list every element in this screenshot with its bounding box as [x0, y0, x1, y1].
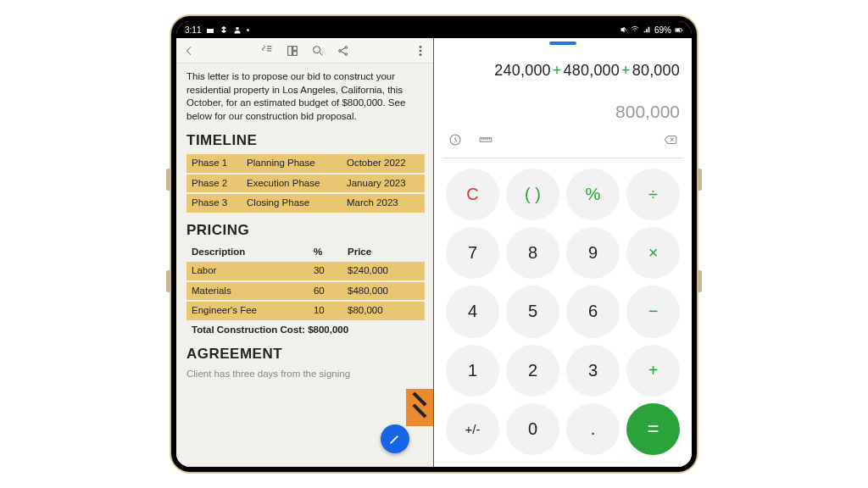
key-7[interactable]: 7	[446, 227, 499, 279]
svg-point-1	[236, 27, 240, 30]
style-icon[interactable]	[259, 43, 275, 58]
svg-rect-0	[207, 29, 214, 33]
viewport: 3:11	[0, 0, 868, 488]
signal-icon	[643, 25, 651, 34]
status-time: 3:11	[185, 25, 201, 35]
mute-icon	[619, 25, 627, 34]
key-6[interactable]: 6	[566, 286, 620, 337]
more-icon[interactable]	[413, 43, 428, 58]
layout-icon[interactable]	[285, 43, 300, 58]
calc-expression: 240,000+480,000+80,000	[446, 62, 680, 80]
screen: 3:11	[176, 21, 692, 467]
key-multiply[interactable]: ×	[626, 227, 680, 279]
svg-rect-8	[292, 51, 297, 55]
key-equals[interactable]: =	[626, 403, 680, 455]
backspace-icon[interactable]	[663, 132, 678, 151]
split-handle[interactable]	[549, 42, 576, 45]
history-icon[interactable]	[448, 132, 463, 151]
search-icon[interactable]	[310, 43, 326, 58]
svg-point-10	[338, 49, 341, 52]
timeline-heading: TIMELINE	[186, 131, 425, 151]
table-row: Engineer's Fee10$80,000	[186, 301, 425, 320]
status-bar: 3:11	[176, 21, 692, 38]
calc-result: 800,000	[446, 102, 680, 122]
pricing-table: Description % Price Labor30$240,000 Mate…	[186, 243, 425, 319]
calc-keypad: C ( ) % ÷ 7 8 9 × 4 5 6 − 1 2	[434, 158, 692, 467]
dropbox-icon	[220, 25, 228, 34]
timeline-table: Phase 1Planning PhaseOctober 2022 Phase …	[186, 154, 425, 213]
table-row: Phase 1Planning PhaseOctober 2022	[186, 154, 425, 174]
key-paren[interactable]: ( )	[506, 169, 559, 220]
table-header-row: Description % Price	[186, 243, 425, 262]
agreement-preview: Client has three days from the signing	[186, 368, 425, 381]
device-frame: 3:11	[171, 16, 697, 472]
key-4[interactable]: 4	[446, 286, 499, 337]
svg-rect-6	[287, 46, 292, 55]
account-icon	[233, 25, 242, 34]
notification-icon	[206, 25, 214, 34]
key-percent[interactable]: %	[566, 169, 620, 220]
split-screen: This letter is to propose our bid to con…	[176, 38, 692, 467]
calculator-display: 240,000+480,000+80,000 800,000	[434, 38, 692, 127]
svg-rect-7	[292, 46, 297, 50]
document-toolbar	[176, 38, 433, 64]
decorative-sticker	[406, 389, 433, 426]
key-subtract[interactable]: −	[626, 286, 680, 337]
key-add[interactable]: +	[626, 345, 680, 396]
table-row: Phase 2Execution PhaseJanuary 2023	[186, 174, 425, 194]
battery-pct: 69%	[654, 25, 671, 35]
table-row: Phase 3Closing PhaseMarch 2023	[186, 193, 425, 213]
key-0[interactable]: 0	[506, 403, 559, 455]
svg-point-12	[345, 53, 348, 55]
back-icon[interactable]	[181, 43, 197, 58]
key-decimal[interactable]: .	[566, 403, 620, 455]
svg-rect-4	[676, 29, 680, 31]
ruler-icon[interactable]	[478, 132, 493, 151]
edit-button[interactable]	[381, 424, 409, 453]
calc-utility-row	[434, 127, 692, 158]
key-divide[interactable]: ÷	[626, 169, 680, 220]
agreement-heading: AGREEMENT	[186, 345, 425, 364]
table-row: Materials60$480,000	[186, 281, 425, 302]
svg-line-2	[625, 28, 627, 31]
battery-icon	[675, 25, 683, 34]
wifi-icon	[631, 25, 639, 34]
pencil-icon	[388, 432, 402, 446]
table-row: Labor30$240,000	[186, 262, 425, 281]
svg-point-9	[313, 46, 320, 53]
key-1[interactable]: 1	[446, 345, 499, 396]
dot-icon	[247, 29, 249, 31]
key-5[interactable]: 5	[506, 286, 559, 337]
key-3[interactable]: 3	[566, 345, 620, 396]
key-sign[interactable]: +/-	[446, 403, 499, 455]
pricing-heading: PRICING	[186, 221, 425, 241]
intro-paragraph: This letter is to propose our bid to con…	[186, 70, 425, 123]
svg-point-14	[420, 50, 421, 52]
document-body[interactable]: This letter is to propose our bid to con…	[176, 64, 433, 467]
total-cost: Total Construction Cost: $800,000	[186, 324, 425, 337]
svg-point-11	[345, 46, 348, 48]
svg-point-13	[420, 46, 421, 47]
document-app: This letter is to propose our bid to con…	[176, 38, 434, 467]
key-9[interactable]: 9	[566, 227, 620, 279]
key-2[interactable]: 2	[506, 345, 559, 396]
key-clear[interactable]: C	[446, 169, 499, 220]
svg-point-15	[420, 53, 421, 55]
calculator-app: 240,000+480,000+80,000 800,000 C ( )	[434, 38, 692, 467]
svg-rect-5	[682, 30, 682, 30]
key-8[interactable]: 8	[506, 227, 559, 279]
share-icon[interactable]	[336, 43, 351, 58]
